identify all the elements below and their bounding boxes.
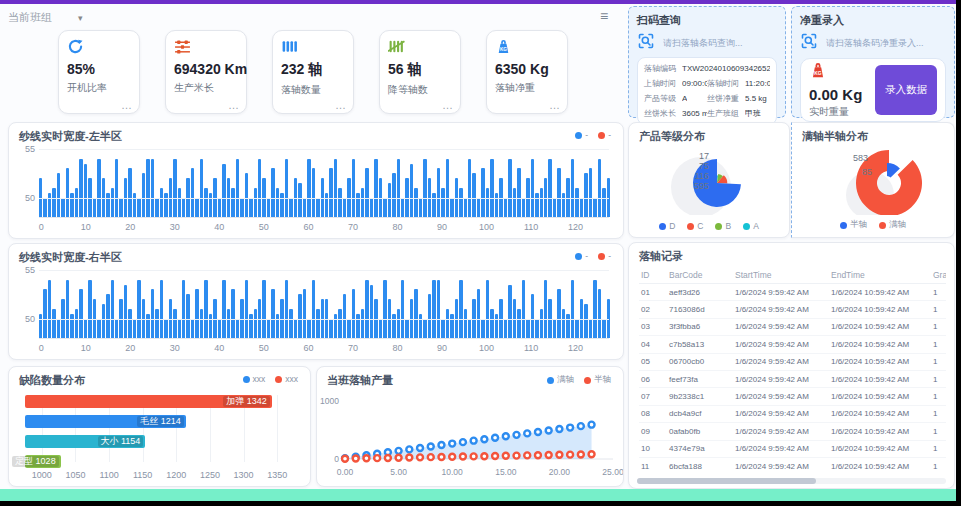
bar-value-label: 定型 1028 xyxy=(12,456,59,467)
hbar-大小: 大小 1154 xyxy=(25,435,145,448)
table-cell: 1/6/2024 9:59:42 AM xyxy=(733,301,829,318)
more-ellipsis[interactable]: … xyxy=(549,99,560,111)
info-value: 11:20:00 xyxy=(745,79,770,88)
column-header: EndTime xyxy=(829,267,931,284)
table-cell: 6bcfa188 xyxy=(667,457,733,474)
table-cell: 1/6/2024 9:59:42 AM xyxy=(733,388,829,405)
chart-title: 当班落轴产量 xyxy=(327,373,393,388)
legend-item[interactable]: C xyxy=(687,221,703,231)
scrollbar-thumb[interactable] xyxy=(637,478,816,484)
chart-legend: DCBA xyxy=(629,221,789,231)
scan-barcode-input[interactable] xyxy=(661,37,782,49)
table-row[interactable]: 0506700cb01/6/2024 9:59:42 AM1/6/2024 10… xyxy=(639,353,946,370)
weight-icon: KG xyxy=(495,38,559,55)
more-ellipsis[interactable]: … xyxy=(442,99,453,111)
weight-entry-title: 净重录入 xyxy=(800,13,946,28)
kpi-value: 232 轴 xyxy=(281,61,345,79)
kpi-value: 85% xyxy=(67,61,131,77)
table-cell: 08 xyxy=(639,405,667,422)
table-cell: 7163086d xyxy=(667,301,733,318)
legend-dot xyxy=(584,377,591,384)
table-row[interactable]: 06feef73fa1/6/2024 9:59:42 AM1/6/2024 10… xyxy=(639,370,946,387)
hbar-plot: 10001050110011501200125013001350加弹 1342毛… xyxy=(25,395,294,462)
legend-item[interactable]: B xyxy=(715,221,731,231)
table-cell: 01 xyxy=(639,284,667,301)
top-accent-bar xyxy=(0,0,956,4)
bar-series xyxy=(39,149,609,217)
table-row[interactable]: 104374e79a1/6/2024 9:59:42 AM1/6/2024 10… xyxy=(639,440,946,457)
legend-item[interactable]: xxx xyxy=(243,374,266,384)
team-select-label: 当前班组 xyxy=(8,10,52,25)
table-cell: 1/6/2024 9:59:42 AM xyxy=(733,440,829,457)
legend-label: 半轴 xyxy=(850,219,867,231)
legend-item[interactable]: 满轴 xyxy=(547,374,574,386)
table-row[interactable]: 027163086d1/6/2024 9:59:42 AM1/6/2024 10… xyxy=(639,301,946,318)
legend-label: - xyxy=(585,130,588,140)
column-header: StartTime xyxy=(733,267,829,284)
info-label: 丝饼净重 xyxy=(707,93,745,104)
legend-item[interactable]: xxx xyxy=(275,374,298,384)
kg-weight-icon: KG xyxy=(809,65,827,82)
hbar-加弹: 加弹 1342 xyxy=(25,395,272,408)
legend-label: B xyxy=(725,221,731,231)
table-cell: 3f3fbba6 xyxy=(667,318,733,335)
legend-item[interactable]: 满轴 xyxy=(879,219,906,231)
legend-dot xyxy=(598,253,605,260)
legend-item[interactable]: - xyxy=(575,130,588,140)
chart-title: 纱线实时宽度-右半区 xyxy=(19,250,122,265)
table-row[interactable]: 090afab0fb1/6/2024 9:59:42 AM1/6/2024 10… xyxy=(639,423,946,440)
more-ellipsis[interactable]: … xyxy=(228,99,239,111)
svg-text:KG: KG xyxy=(500,47,507,52)
svg-text:5.00: 5.00 xyxy=(390,467,407,477)
legend-dot xyxy=(840,222,847,229)
info-value: TXW20240106093426522 xyxy=(682,64,770,73)
table-row[interactable]: 033f3fbba61/6/2024 9:59:42 AM1/6/2024 10… xyxy=(639,318,946,335)
kpi-card: 232 轴落轴数量… xyxy=(272,30,354,114)
table-row[interactable]: 116bcfa1881/6/2024 9:59:42 AM1/6/2024 10… xyxy=(639,457,946,474)
legend-item[interactable]: - xyxy=(575,251,588,261)
table-row[interactable]: 079b2338c11/6/2024 9:59:42 AM1/6/2024 10… xyxy=(639,388,946,405)
more-ellipsis[interactable]: … xyxy=(335,99,346,111)
kpi-card: 694320 Km生产米长… xyxy=(165,30,247,114)
chart-legend: 半轴满轴 xyxy=(792,219,954,231)
legend-item[interactable]: A xyxy=(743,221,759,231)
info-label: 产品等级 xyxy=(644,93,682,104)
table-cell: 0afab0fb xyxy=(667,423,733,440)
grade-distribution-panel: 产品等级分布 1775116595 DCBA xyxy=(628,122,790,238)
more-ellipsis[interactable]: … xyxy=(121,99,132,111)
table-row[interactable]: 08dcb4a9cf1/6/2024 9:59:42 AM1/6/2024 10… xyxy=(639,405,946,422)
legend-item[interactable]: - xyxy=(598,130,611,140)
kpi-value: 56 轴 xyxy=(388,61,452,79)
svg-text:20.00: 20.00 xyxy=(549,467,571,477)
table-cell: 1 xyxy=(931,336,946,353)
legend-label: C xyxy=(697,221,703,231)
legend-item[interactable]: D xyxy=(659,221,675,231)
menu-icon[interactable]: ≡ xyxy=(600,8,608,24)
table-cell: 1/6/2024 9:59:42 AM xyxy=(733,318,829,335)
legend-item[interactable]: 半轴 xyxy=(584,374,611,386)
horizontal-scrollbar[interactable] xyxy=(637,478,946,484)
chart-legend: -- xyxy=(575,251,611,261)
table-row[interactable]: 01aeff3d261/6/2024 9:59:42 AM1/6/2024 10… xyxy=(639,284,946,301)
info-label: 落轴编码 xyxy=(644,63,682,74)
table-cell: 4374e79a xyxy=(667,440,733,457)
width-chart-right-panel: 纱线实时宽度-右半区 -- 5550 010203040506070809010… xyxy=(8,243,624,360)
records-panel: 落轴记录 IDBarCodeStartTimeEndTimeGradeLengt… xyxy=(628,242,955,489)
legend-dot xyxy=(659,223,666,230)
hbar-定型: 定型 1028 xyxy=(25,455,61,468)
table-cell: 11 xyxy=(639,457,667,474)
bars-icon xyxy=(281,38,345,55)
info-value: 3605 m xyxy=(682,109,707,118)
table-cell: 1/6/2024 10:59:42 AM xyxy=(829,284,931,301)
legend-dot xyxy=(575,253,582,260)
table-row[interactable]: 04c7b58a131/6/2024 9:59:42 AM1/6/2024 10… xyxy=(639,336,946,353)
info-label: 落轴时间 xyxy=(707,78,745,89)
info-value: 5.5 kg xyxy=(745,94,767,103)
team-select[interactable]: 当前班组 ▾ xyxy=(8,9,104,26)
legend-item[interactable]: 半轴 xyxy=(840,219,867,231)
realtime-weight-value: 0.00 Kg xyxy=(809,86,875,103)
svg-text:116: 116 xyxy=(695,171,709,181)
weight-barcode-input[interactable] xyxy=(824,37,946,49)
submit-data-button[interactable]: 录入数据 xyxy=(875,65,937,115)
legend-item[interactable]: - xyxy=(598,251,611,261)
